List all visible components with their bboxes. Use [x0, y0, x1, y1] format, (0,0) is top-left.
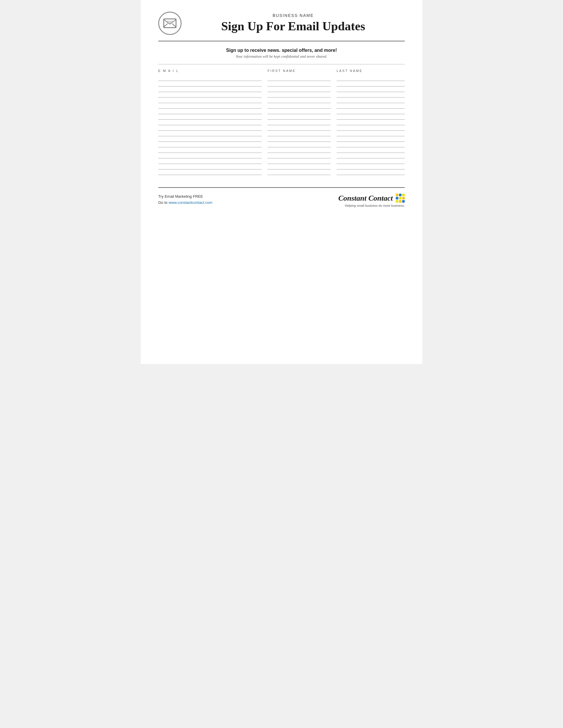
lastname-line	[337, 97, 405, 98]
email-cell	[158, 131, 262, 137]
logo-circle	[158, 12, 181, 35]
firstname-line	[267, 108, 331, 109]
lastname-cell	[331, 120, 405, 126]
table-row	[158, 170, 405, 176]
lastname-cell	[331, 104, 405, 109]
firstname-line	[267, 119, 331, 120]
lastname-cell	[331, 131, 405, 137]
firstname-line	[267, 130, 331, 131]
firstname-cell	[262, 153, 331, 159]
lastname-cell	[331, 137, 405, 142]
cc-logo-text: Constant Contact	[338, 194, 393, 203]
table-row	[158, 104, 405, 109]
lastname-line	[337, 103, 405, 103]
lastname-line	[337, 125, 405, 125]
lastname-cell	[331, 148, 405, 153]
footer-line2: Go to www.constantcontact.com	[158, 200, 212, 206]
email-envelope-icon	[163, 16, 177, 31]
firstname-cell	[262, 170, 331, 176]
firstname-cell	[262, 120, 331, 126]
lastname-cell	[331, 93, 405, 98]
email-line	[158, 164, 262, 164]
email-cell	[158, 148, 262, 153]
firstname-cell	[262, 137, 331, 142]
table-row	[158, 142, 405, 148]
footer-link[interactable]: www.constantcontact.com	[168, 200, 212, 205]
table-row	[158, 159, 405, 165]
puzzle-piece-6	[402, 197, 405, 199]
table-row	[158, 87, 405, 93]
firstname-cell	[262, 93, 331, 98]
lastname-column-header: LAST NAME	[331, 69, 405, 73]
firstname-column-header: FIRST NAME	[262, 69, 331, 73]
table-row	[158, 137, 405, 142]
firstname-cell	[262, 82, 331, 87]
email-line	[158, 125, 262, 125]
lastname-line	[337, 175, 405, 175]
firstname-cell	[262, 109, 331, 115]
lastname-cell	[331, 159, 405, 165]
lastname-line	[337, 130, 405, 131]
business-name: BUSINESS NAME	[181, 13, 405, 18]
table-row	[158, 165, 405, 170]
firstname-cell	[262, 142, 331, 148]
firstname-cell	[262, 76, 331, 82]
lastname-line	[337, 153, 405, 153]
table-row	[158, 131, 405, 137]
email-cell	[158, 104, 262, 109]
lastname-line	[337, 136, 405, 136]
email-cell	[158, 87, 262, 93]
cc-tagline: Helping small business do more business.	[345, 204, 405, 207]
firstname-line	[267, 92, 331, 92]
firstname-line	[267, 97, 331, 98]
email-cell	[158, 165, 262, 170]
firstname-line	[267, 125, 331, 125]
entry-rows	[158, 76, 405, 176]
email-cell	[158, 142, 262, 148]
puzzle-piece-9	[402, 200, 405, 203]
lastname-cell	[331, 142, 405, 148]
puzzle-piece-8	[399, 200, 402, 203]
firstname-line	[267, 81, 331, 81]
svg-rect-0	[164, 19, 176, 28]
email-cell	[158, 159, 262, 165]
firstname-cell	[262, 165, 331, 170]
lastname-line	[337, 108, 405, 109]
email-cell	[158, 120, 262, 126]
lastname-line	[337, 158, 405, 158]
firstname-cell	[262, 98, 331, 104]
footer-left: Try Email Marketing FREE Go to www.const…	[158, 194, 212, 206]
table-row	[158, 120, 405, 126]
table-row	[158, 115, 405, 120]
email-line	[158, 153, 262, 153]
subheader-italic: Your information will be kept confidenti…	[158, 54, 405, 59]
email-line	[158, 108, 262, 109]
lastname-line	[337, 119, 405, 120]
subheader-bold: Sign up to receive news. special offers,…	[158, 48, 405, 53]
lastname-cell	[331, 153, 405, 159]
table-row	[158, 109, 405, 115]
firstname-line	[267, 164, 331, 164]
table-row	[158, 148, 405, 153]
email-cell	[158, 170, 262, 176]
table-row	[158, 82, 405, 87]
email-cell	[158, 137, 262, 142]
email-line	[158, 175, 262, 175]
sub-divider	[158, 64, 405, 64]
table-row	[158, 76, 405, 82]
email-cell	[158, 115, 262, 120]
footer-right: Constant Contact	[338, 194, 405, 207]
firstname-cell	[262, 115, 331, 120]
email-column-header: E M A I L	[158, 69, 262, 73]
email-line	[158, 103, 262, 103]
puzzle-piece-4	[396, 197, 398, 199]
firstname-cell	[262, 148, 331, 153]
lastname-cell	[331, 76, 405, 82]
firstname-line	[267, 136, 331, 136]
email-line	[158, 81, 262, 81]
email-line	[158, 147, 262, 147]
table-row	[158, 93, 405, 98]
cc-logo-container: Constant Contact	[338, 194, 405, 203]
table-row	[158, 153, 405, 159]
email-line	[158, 119, 262, 120]
